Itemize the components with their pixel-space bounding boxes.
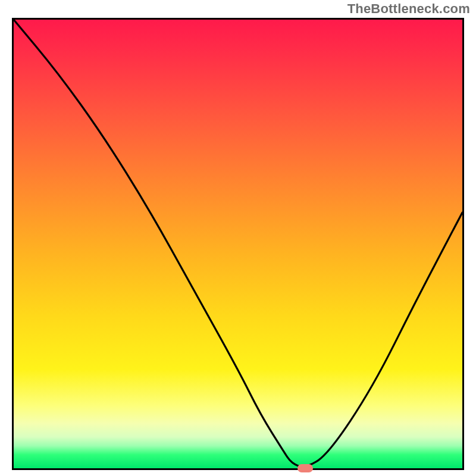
plot-area <box>14 20 462 468</box>
watermark-text: TheBottleneck.com <box>347 1 470 17</box>
chart-stage: TheBottleneck.com <box>0 0 476 476</box>
bottleneck-curve <box>14 20 462 468</box>
chart-frame <box>12 18 464 470</box>
optimal-marker <box>298 464 313 472</box>
